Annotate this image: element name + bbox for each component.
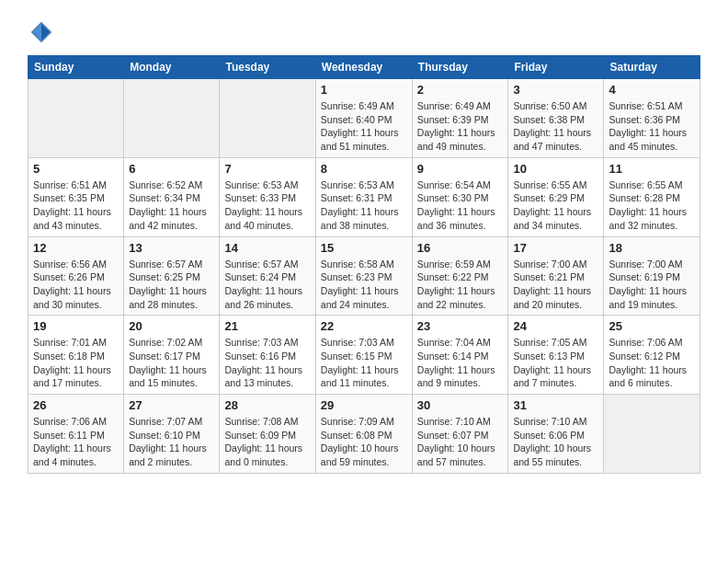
day-info: Sunrise: 7:05 AM Sunset: 6:13 PM Dayligh… (513, 336, 598, 390)
week-row-3: 12Sunrise: 6:56 AM Sunset: 6:26 PM Dayli… (28, 236, 700, 316)
weekday-header-thursday: Thursday (412, 56, 508, 79)
day-number: 4 (609, 83, 695, 97)
day-info: Sunrise: 7:06 AM Sunset: 6:12 PM Dayligh… (609, 336, 695, 390)
day-number: 6 (129, 162, 214, 176)
day-info: Sunrise: 7:07 AM Sunset: 6:10 PM Dayligh… (129, 415, 214, 469)
weekday-header-sunday: Sunday (28, 56, 124, 79)
day-number: 11 (609, 162, 695, 176)
calendar-cell: 18Sunrise: 7:00 AM Sunset: 6:19 PM Dayli… (604, 236, 700, 316)
day-number: 30 (417, 398, 504, 412)
day-info: Sunrise: 6:55 AM Sunset: 6:28 PM Dayligh… (609, 178, 695, 233)
day-number: 10 (513, 162, 598, 176)
day-info: Sunrise: 6:51 AM Sunset: 6:35 PM Dayligh… (33, 178, 119, 233)
calendar-cell: 19Sunrise: 7:01 AM Sunset: 6:18 PM Dayli… (28, 316, 124, 395)
day-number: 29 (321, 398, 407, 412)
calendar-cell: 14Sunrise: 6:57 AM Sunset: 6:24 PM Dayli… (220, 236, 315, 316)
calendar-cell (124, 79, 220, 158)
calendar-cell: 27Sunrise: 7:07 AM Sunset: 6:10 PM Dayli… (124, 395, 220, 474)
page-header (28, 18, 700, 46)
calendar-header: SundayMondayTuesdayWednesdayThursdayFrid… (28, 56, 700, 79)
calendar-cell: 20Sunrise: 7:02 AM Sunset: 6:17 PM Dayli… (124, 316, 220, 395)
day-number: 16 (417, 241, 504, 255)
weekday-header-tuesday: Tuesday (220, 56, 315, 79)
day-info: Sunrise: 6:57 AM Sunset: 6:24 PM Dayligh… (224, 258, 310, 312)
calendar-cell: 9Sunrise: 6:54 AM Sunset: 6:30 PM Daylig… (412, 157, 508, 236)
day-info: Sunrise: 6:59 AM Sunset: 6:22 PM Dayligh… (417, 258, 504, 312)
day-info: Sunrise: 6:51 AM Sunset: 6:36 PM Dayligh… (609, 99, 695, 154)
calendar-cell: 16Sunrise: 6:59 AM Sunset: 6:22 PM Dayli… (412, 236, 508, 316)
day-info: Sunrise: 7:09 AM Sunset: 6:08 PM Dayligh… (321, 415, 407, 469)
day-number: 21 (224, 319, 310, 333)
calendar-cell: 25Sunrise: 7:06 AM Sunset: 6:12 PM Dayli… (604, 316, 700, 395)
calendar-cell: 4Sunrise: 6:51 AM Sunset: 6:36 PM Daylig… (604, 79, 700, 158)
calendar-cell: 23Sunrise: 7:04 AM Sunset: 6:14 PM Dayli… (412, 316, 508, 395)
weekday-row: SundayMondayTuesdayWednesdayThursdayFrid… (28, 56, 700, 79)
calendar-cell (220, 79, 315, 158)
calendar-cell: 29Sunrise: 7:09 AM Sunset: 6:08 PM Dayli… (315, 395, 412, 474)
day-number: 2 (417, 83, 504, 97)
day-info: Sunrise: 7:01 AM Sunset: 6:18 PM Dayligh… (33, 336, 119, 390)
day-number: 15 (321, 241, 407, 255)
weekday-header-wednesday: Wednesday (315, 56, 412, 79)
calendar-cell (28, 79, 124, 158)
weekday-header-saturday: Saturday (604, 56, 700, 79)
day-info: Sunrise: 6:53 AM Sunset: 6:33 PM Dayligh… (224, 178, 310, 233)
logo-icon (28, 18, 55, 46)
calendar-cell: 26Sunrise: 7:06 AM Sunset: 6:11 PM Dayli… (28, 395, 124, 474)
day-number: 24 (513, 319, 598, 333)
calendar-cell: 28Sunrise: 7:08 AM Sunset: 6:09 PM Dayli… (220, 395, 315, 474)
day-number: 26 (33, 398, 119, 412)
day-info: Sunrise: 7:08 AM Sunset: 6:09 PM Dayligh… (224, 415, 310, 469)
calendar-cell: 30Sunrise: 7:10 AM Sunset: 6:07 PM Dayli… (412, 395, 508, 474)
calendar-cell: 6Sunrise: 6:52 AM Sunset: 6:34 PM Daylig… (124, 157, 220, 236)
day-info: Sunrise: 6:54 AM Sunset: 6:30 PM Dayligh… (417, 178, 504, 233)
calendar-cell: 15Sunrise: 6:58 AM Sunset: 6:23 PM Dayli… (315, 236, 412, 316)
calendar-cell: 31Sunrise: 7:10 AM Sunset: 6:06 PM Dayli… (508, 395, 604, 474)
day-info: Sunrise: 7:03 AM Sunset: 6:15 PM Dayligh… (321, 336, 407, 390)
logo (28, 18, 60, 46)
day-number: 22 (321, 319, 407, 333)
week-row-2: 5Sunrise: 6:51 AM Sunset: 6:35 PM Daylig… (28, 157, 700, 236)
calendar-cell: 10Sunrise: 6:55 AM Sunset: 6:29 PM Dayli… (508, 157, 604, 236)
calendar-cell: 12Sunrise: 6:56 AM Sunset: 6:26 PM Dayli… (28, 236, 124, 316)
day-number: 7 (224, 162, 310, 176)
day-number: 1 (321, 83, 407, 97)
calendar-cell: 1Sunrise: 6:49 AM Sunset: 6:40 PM Daylig… (315, 79, 412, 158)
calendar-cell: 7Sunrise: 6:53 AM Sunset: 6:33 PM Daylig… (220, 157, 315, 236)
day-number: 25 (609, 319, 695, 333)
calendar-cell: 11Sunrise: 6:55 AM Sunset: 6:28 PM Dayli… (604, 157, 700, 236)
day-number: 18 (609, 241, 695, 255)
calendar-cell (604, 395, 700, 474)
day-number: 3 (513, 83, 598, 97)
calendar-cell: 2Sunrise: 6:49 AM Sunset: 6:39 PM Daylig… (412, 79, 508, 158)
day-number: 13 (129, 241, 214, 255)
day-info: Sunrise: 6:50 AM Sunset: 6:38 PM Dayligh… (513, 99, 598, 154)
day-number: 28 (224, 398, 310, 412)
day-info: Sunrise: 7:00 AM Sunset: 6:19 PM Dayligh… (609, 258, 695, 312)
weekday-header-monday: Monday (124, 56, 220, 79)
calendar-cell: 22Sunrise: 7:03 AM Sunset: 6:15 PM Dayli… (315, 316, 412, 395)
day-info: Sunrise: 6:55 AM Sunset: 6:29 PM Dayligh… (513, 178, 598, 233)
day-number: 27 (129, 398, 214, 412)
day-info: Sunrise: 7:00 AM Sunset: 6:21 PM Dayligh… (513, 258, 598, 312)
calendar-cell: 3Sunrise: 6:50 AM Sunset: 6:38 PM Daylig… (508, 79, 604, 158)
day-info: Sunrise: 6:56 AM Sunset: 6:26 PM Dayligh… (33, 258, 119, 312)
week-row-5: 26Sunrise: 7:06 AM Sunset: 6:11 PM Dayli… (28, 395, 700, 474)
calendar: SundayMondayTuesdayWednesdayThursdayFrid… (28, 55, 700, 474)
day-info: Sunrise: 7:04 AM Sunset: 6:14 PM Dayligh… (417, 336, 504, 390)
day-info: Sunrise: 7:10 AM Sunset: 6:06 PM Dayligh… (513, 415, 598, 469)
day-number: 9 (417, 162, 504, 176)
day-number: 17 (513, 241, 598, 255)
calendar-cell: 24Sunrise: 7:05 AM Sunset: 6:13 PM Dayli… (508, 316, 604, 395)
calendar-cell: 21Sunrise: 7:03 AM Sunset: 6:16 PM Dayli… (220, 316, 315, 395)
day-info: Sunrise: 6:57 AM Sunset: 6:25 PM Dayligh… (129, 258, 214, 312)
day-info: Sunrise: 6:49 AM Sunset: 6:39 PM Dayligh… (417, 99, 504, 154)
day-info: Sunrise: 7:10 AM Sunset: 6:07 PM Dayligh… (417, 415, 504, 469)
day-number: 19 (33, 319, 119, 333)
week-row-4: 19Sunrise: 7:01 AM Sunset: 6:18 PM Dayli… (28, 316, 700, 395)
week-row-1: 1Sunrise: 6:49 AM Sunset: 6:40 PM Daylig… (28, 79, 700, 158)
calendar-cell: 17Sunrise: 7:00 AM Sunset: 6:21 PM Dayli… (508, 236, 604, 316)
day-info: Sunrise: 7:06 AM Sunset: 6:11 PM Dayligh… (33, 415, 119, 469)
day-info: Sunrise: 6:58 AM Sunset: 6:23 PM Dayligh… (321, 258, 407, 312)
day-number: 31 (513, 398, 598, 412)
